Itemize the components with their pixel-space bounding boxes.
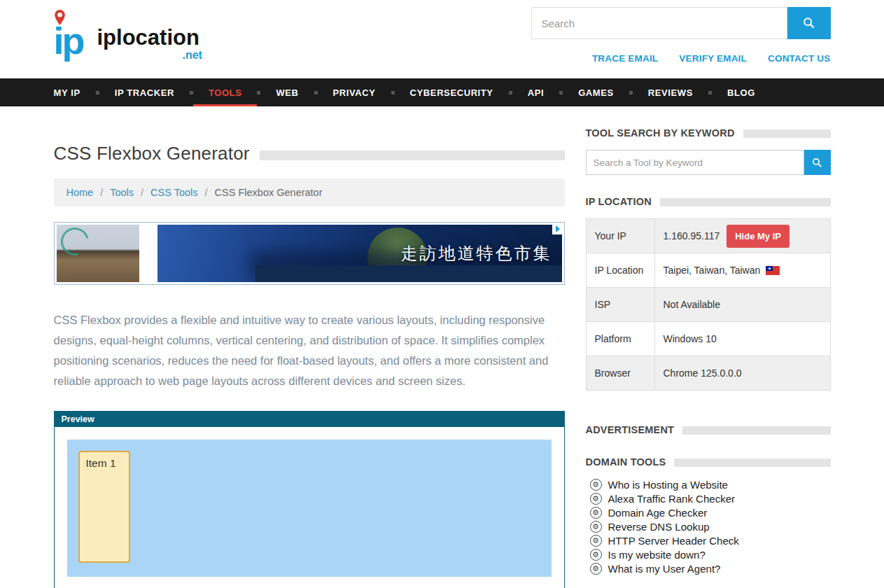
- your-ip-value-cell: 1.160.95.117Hide My IP: [654, 219, 830, 253]
- platform-value: Windows 10: [654, 322, 830, 356]
- ad-left-image: [57, 225, 139, 282]
- logo-ip-letters: ip: [54, 22, 83, 59]
- domain-tool-who-is-hosting[interactable]: ⚙ Who is Hosting a Website: [586, 477, 831, 491]
- your-ip-value: 1.160.95.117: [664, 230, 720, 241]
- nav-link-api[interactable]: API: [512, 78, 559, 106]
- preview-panel-body: Item 1: [55, 427, 564, 588]
- verify-email-link[interactable]: VERIFY EMAIL: [679, 53, 747, 64]
- breadcrumb-css-tools-link[interactable]: CSS Tools: [150, 187, 214, 198]
- nav-container: MY IP IP TRACKER TOOLS WEB PRIVACY CYBER…: [54, 78, 831, 106]
- gear-icon: ⚙: [590, 507, 602, 519]
- nav-item-tools: TOOLS: [193, 78, 261, 106]
- domain-tool-label: Alexa Traffic Rank Checker: [608, 493, 735, 505]
- nav-link-reviews[interactable]: REVIEWS: [633, 78, 708, 106]
- domain-tools-list: ⚙ Who is Hosting a Website ⚙ Alexa Traff…: [586, 477, 831, 575]
- domain-tool-label: Reverse DNS Lookup: [608, 521, 710, 533]
- table-row-your-ip: Your IP 1.160.95.117Hide My IP: [586, 219, 830, 253]
- table-row-platform: Platform Windows 10: [586, 322, 830, 356]
- logo-text: iplocation: [97, 25, 199, 50]
- main-column: CSS Flexbox Generator HomeToolsCSS Tools…: [54, 127, 565, 588]
- gear-icon: ⚙: [590, 563, 602, 575]
- ad-banner[interactable]: 走訪地道特色市集: [54, 222, 565, 285]
- domain-tool-label: Domain Age Checker: [608, 507, 708, 519]
- nav-item-my-ip: MY IP: [54, 78, 99, 106]
- adchoices-icon[interactable]: [552, 223, 563, 234]
- content: CSS Flexbox Generator HomeToolsCSS Tools…: [54, 127, 831, 588]
- nav-list: MY IP IP TRACKER TOOLS WEB PRIVACY CYBER…: [54, 78, 831, 106]
- isp-value: Not Available: [654, 288, 830, 322]
- hide-my-ip-button[interactable]: Hide My IP: [727, 225, 790, 248]
- advertisement-heading: ADVERTISEMENT: [586, 424, 675, 435]
- site-header: ip iplocation .net TRACE EMAIL VERIFY EM…: [0, 0, 884, 78]
- domain-tools-heading: DOMAIN TOOLS: [586, 456, 666, 468]
- ip-location-heading: IP LOCATION: [586, 196, 652, 207]
- tool-search-input[interactable]: [586, 150, 804, 175]
- your-ip-label: Your IP: [586, 219, 654, 253]
- nav-link-tools[interactable]: TOOLS: [193, 78, 258, 106]
- nav-item-web: WEB: [260, 78, 317, 106]
- heading-rule: [674, 458, 830, 467]
- logo-wordmark: iplocation .net: [97, 27, 199, 55]
- gear-icon: ⚙: [590, 535, 602, 547]
- page-title-row: CSS Flexbox Generator: [54, 143, 565, 164]
- taiwan-flag-icon: [766, 266, 780, 275]
- tool-search-heading-row: TOOL SEARCH BY KEYWORD: [586, 127, 831, 139]
- ad-main-image: 走訪地道特色市集: [157, 225, 562, 282]
- domain-tool-user-agent[interactable]: ⚙ What is my User Agent?: [586, 561, 831, 575]
- gear-icon: ⚙: [590, 549, 602, 561]
- domain-tool-domain-age[interactable]: ⚙ Domain Age Checker: [586, 505, 831, 519]
- ip-location-value-cell: Taipei, Taiwan, Taiwan: [654, 253, 830, 288]
- isp-label: ISP: [586, 288, 654, 322]
- tool-search-button[interactable]: [804, 150, 831, 175]
- nav-link-web[interactable]: WEB: [260, 78, 314, 106]
- nav-link-blog[interactable]: BLOG: [712, 78, 771, 106]
- breadcrumb-tools-link[interactable]: Tools: [110, 187, 150, 198]
- breadcrumb-current: CSS Flexbox Generator: [215, 187, 323, 198]
- contact-us-link[interactable]: CONTACT US: [768, 53, 831, 64]
- ad-caption: 走訪地道特色市集: [401, 242, 552, 265]
- table-row-isp: ISP Not Available: [586, 288, 830, 322]
- domain-tool-website-down[interactable]: ⚙ Is my website down?: [586, 547, 831, 561]
- page-description: CSS Flexbox provides a flexible and intu…: [54, 310, 565, 391]
- nav-item-api: API: [512, 78, 563, 106]
- header-search: [531, 7, 831, 39]
- breadcrumb-home-link[interactable]: Home: [66, 187, 111, 198]
- header-search-input[interactable]: [531, 7, 787, 39]
- domain-tool-label: What is my User Agent?: [608, 563, 721, 575]
- platform-label: Platform: [586, 322, 654, 356]
- flex-preview-item: Item 1: [78, 451, 130, 563]
- nav-item-reviews: REVIEWS: [633, 78, 712, 106]
- nav-item-blog: BLOG: [712, 78, 771, 106]
- header-search-button[interactable]: [787, 7, 831, 39]
- nav-link-ip-tracker[interactable]: IP TRACKER: [99, 78, 190, 106]
- main-nav: MY IP IP TRACKER TOOLS WEB PRIVACY CYBER…: [0, 78, 884, 106]
- table-row-browser: Browser Chrome 125.0.0.0: [586, 356, 830, 391]
- gear-icon: ⚙: [590, 479, 602, 491]
- browser-value: Chrome 125.0.0.0: [654, 356, 830, 391]
- domain-tool-alexa-rank[interactable]: ⚙ Alexa Traffic Rank Checker: [586, 491, 831, 505]
- nav-link-privacy[interactable]: PRIVACY: [318, 78, 391, 106]
- advertisement-heading-row: ADVERTISEMENT: [586, 424, 831, 435]
- preview-panel: Preview Item 1: [54, 411, 565, 588]
- trace-email-link[interactable]: TRACE EMAIL: [592, 53, 658, 64]
- breadcrumb: HomeToolsCSS ToolsCSS Flexbox Generator: [54, 178, 565, 206]
- nav-item-cybersecurity: CYBERSECURITY: [395, 78, 512, 106]
- domain-tool-reverse-dns[interactable]: ⚙ Reverse DNS Lookup: [586, 519, 831, 533]
- header-container: ip iplocation .net TRACE EMAIL VERIFY EM…: [54, 0, 831, 78]
- logo[interactable]: ip iplocation .net: [54, 10, 199, 55]
- nav-link-cybersecurity[interactable]: CYBERSECURITY: [395, 78, 509, 106]
- heading-rule: [682, 426, 830, 435]
- search-icon: [803, 17, 815, 29]
- domain-tool-label: Who is Hosting a Website: [608, 479, 728, 491]
- nav-link-my-ip[interactable]: MY IP: [54, 78, 96, 106]
- header-links: TRACE EMAIL VERIFY EMAIL CONTACT US: [592, 53, 831, 64]
- table-row-ip-location: IP Location Taipei, Taiwan, Taiwan: [586, 253, 830, 288]
- title-rule: [260, 150, 565, 160]
- nav-item-ip-tracker: IP TRACKER: [99, 78, 193, 106]
- gear-icon: ⚙: [590, 521, 602, 533]
- page-title: CSS Flexbox Generator: [54, 143, 250, 164]
- nav-link-games[interactable]: GAMES: [563, 78, 629, 106]
- preview-panel-header: Preview: [55, 412, 564, 427]
- domain-tool-http-header[interactable]: ⚙ HTTP Server Header Check: [586, 533, 831, 547]
- adchoices-triangle-icon: [554, 225, 561, 232]
